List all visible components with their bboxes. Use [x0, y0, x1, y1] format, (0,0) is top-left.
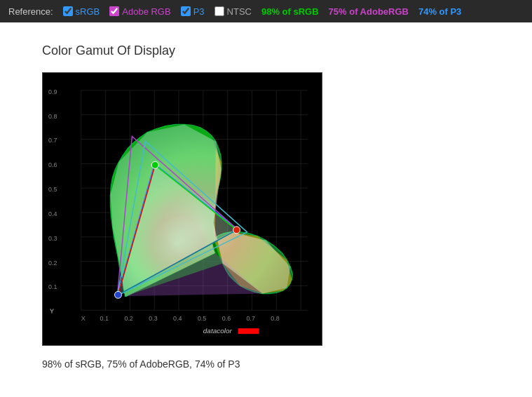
- p3-checkbox[interactable]: [181, 6, 191, 16]
- ref-item-srgb[interactable]: sRGB: [63, 6, 100, 17]
- svg-text:datacolor: datacolor: [203, 327, 233, 335]
- adobe-label: Adobe RGB: [122, 6, 170, 17]
- svg-text:0.4: 0.4: [173, 315, 182, 322]
- svg-text:0.8: 0.8: [48, 113, 57, 120]
- svg-text:X: X: [81, 315, 86, 322]
- svg-text:0.6: 0.6: [222, 315, 231, 322]
- stat-srgb: 98% of sRGB: [261, 6, 319, 17]
- p3-label: P3: [193, 6, 205, 17]
- svg-text:0.2: 0.2: [48, 260, 57, 267]
- ref-item-p3[interactable]: P3: [181, 6, 205, 17]
- svg-text:0.6: 0.6: [48, 161, 57, 168]
- stat-p3: 74% of P3: [418, 6, 461, 17]
- svg-text:0.5: 0.5: [48, 186, 57, 193]
- bottom-stats: 98% of sRGB, 75% of AdobeRGB, 74% of P3: [42, 358, 490, 370]
- stat-adobe: 75% of AdobeRGB: [329, 6, 409, 17]
- color-gamut-chart: X Y 0.1 0.2 0.3 0.4 0.5 0.6 0.7 0.8 Y 0.…: [42, 72, 322, 346]
- srgb-checkbox[interactable]: [63, 6, 73, 16]
- svg-text:0.3: 0.3: [149, 315, 157, 322]
- svg-text:0.9: 0.9: [48, 88, 57, 95]
- adobe-checkbox[interactable]: [109, 6, 119, 16]
- ntsc-checkbox[interactable]: [214, 6, 224, 16]
- reference-label: Reference:: [8, 6, 53, 17]
- page-title: Color Gamut Of Display: [42, 43, 490, 58]
- svg-text:0.2: 0.2: [124, 315, 132, 322]
- reference-bar: Reference: sRGB Adobe RGB P3 NTSC 98% of…: [0, 0, 532, 22]
- svg-text:0.1: 0.1: [100, 315, 109, 322]
- ref-item-adobe[interactable]: Adobe RGB: [109, 6, 170, 17]
- ref-item-ntsc[interactable]: NTSC: [214, 6, 252, 17]
- svg-point-56: [114, 291, 121, 298]
- svg-rect-58: [238, 328, 259, 334]
- gamut-svg: X Y 0.1 0.2 0.3 0.4 0.5 0.6 0.7 0.8 Y 0.…: [43, 73, 322, 345]
- svg-point-55: [233, 227, 240, 234]
- ntsc-label: NTSC: [227, 6, 252, 17]
- svg-text:0.7: 0.7: [247, 315, 255, 322]
- svg-text:0.3: 0.3: [48, 235, 57, 242]
- svg-text:0.8: 0.8: [271, 315, 279, 322]
- svg-point-54: [151, 161, 158, 168]
- main-content: Color Gamut Of Display: [0, 22, 532, 391]
- srgb-label: sRGB: [76, 6, 100, 17]
- svg-text:0.4: 0.4: [48, 210, 57, 217]
- svg-text:Y: Y: [50, 307, 54, 314]
- svg-text:0.7: 0.7: [48, 137, 57, 144]
- svg-text:0.1: 0.1: [48, 283, 57, 290]
- svg-text:0.5: 0.5: [198, 315, 206, 322]
